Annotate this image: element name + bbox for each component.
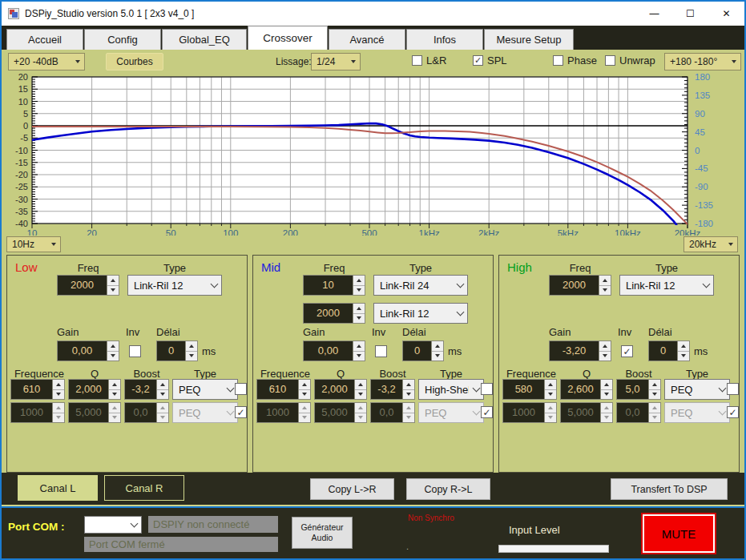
tab-crossover[interactable]: Crossover xyxy=(248,26,328,50)
high-xo1-freq-spinbox[interactable]: 2000 xyxy=(549,275,611,296)
high-peq1-freq-spinbox-down-button[interactable] xyxy=(545,390,556,400)
low-peq1-q-spinbox-down-button[interactable] xyxy=(109,390,120,400)
checkbox-spl[interactable]: ✓ xyxy=(473,55,483,66)
mid-xo1-type-select[interactable]: Link-Ril 24 xyxy=(373,275,468,296)
mid-peq1-freq-spinbox[interactable]: 610 xyxy=(256,379,311,400)
high-peq1-boost-spinbox-up-button[interactable] xyxy=(649,380,660,390)
mid-xo2-type-select[interactable]: Link-Ril 12 xyxy=(373,303,468,324)
mid-gain-spinbox-up-button[interactable] xyxy=(353,341,365,352)
mid-xo2-freq-spinbox-up-button[interactable] xyxy=(353,304,365,314)
tab-mesure-setup[interactable]: Mesure Setup xyxy=(484,29,574,50)
freq-high-select[interactable]: 20kHz xyxy=(683,236,738,252)
mid-peq2-bypass-checkbox[interactable]: ✓ xyxy=(481,406,493,418)
mid-peq1-q-spinbox-down-button[interactable] xyxy=(355,390,366,400)
low-peq1-boost-spinbox-up-button[interactable] xyxy=(157,380,168,390)
high-delay-spinbox-down-button[interactable] xyxy=(678,352,689,361)
courbes-button[interactable]: Courbes xyxy=(106,53,163,71)
close-button[interactable]: ✕ xyxy=(708,2,744,26)
low-peq1-boost-spinbox-down-button[interactable] xyxy=(157,390,168,400)
mid-peq1-boost-spinbox-down-button[interactable] xyxy=(403,390,414,400)
mid-xo1-freq-spinbox-down-button[interactable] xyxy=(353,286,365,296)
chevron-down-icon[interactable] xyxy=(724,237,737,252)
checkbox-l-r[interactable] xyxy=(412,55,422,66)
high-peq1-type-select[interactable]: PEQ xyxy=(664,379,730,400)
mid-peq1-q-spinbox[interactable]: 2,000 xyxy=(314,379,367,400)
mid-peq1-freq-spinbox-up-button[interactable] xyxy=(299,380,310,390)
high-xo1-type-select[interactable]: Link-Ril 12 xyxy=(619,275,714,296)
copy-l-to-r-button[interactable]: Copy L->R xyxy=(310,478,394,500)
high-peq1-q-spinbox-up-button[interactable] xyxy=(601,380,612,390)
low-delay-spinbox-down-button[interactable] xyxy=(186,352,197,361)
freq-low-select[interactable]: 10Hz xyxy=(6,236,61,252)
low-peq1-q-spinbox-up-button[interactable] xyxy=(109,380,120,390)
low-gain-spinbox[interactable]: 0,00 xyxy=(57,340,119,361)
mute-button[interactable]: MUTE xyxy=(643,514,715,553)
mid-peq1-type-select[interactable]: High-Shelf xyxy=(418,379,484,400)
generateur-audio-button[interactable]: Générateur Audio xyxy=(292,517,353,549)
low-peq2-bypass-checkbox[interactable]: ✓ xyxy=(235,406,247,418)
chevron-down-icon[interactable] xyxy=(728,54,740,70)
high-peq1-q-spinbox-down-button[interactable] xyxy=(601,390,612,400)
maximize-button[interactable]: ☐ xyxy=(672,2,708,26)
low-peq1-freq-spinbox[interactable]: 610 xyxy=(10,379,65,400)
low-gain-spinbox-down-button[interactable] xyxy=(107,352,119,361)
port-com-select[interactable] xyxy=(84,516,142,534)
low-peq1-freq-spinbox-up-button[interactable] xyxy=(53,380,64,390)
chevron-down-icon[interactable] xyxy=(47,237,60,252)
chevron-down-icon[interactable] xyxy=(347,54,360,70)
high-gain-spinbox-up-button[interactable] xyxy=(599,341,611,352)
mid-peq1-boost-spinbox-up-button[interactable] xyxy=(403,380,414,390)
low-inv-checkbox[interactable] xyxy=(129,345,141,357)
high-peq1-freq-spinbox-up-button[interactable] xyxy=(545,380,556,390)
high-xo1-freq-spinbox-up-button[interactable] xyxy=(599,276,611,286)
mid-delay-spinbox-up-button[interactable] xyxy=(432,341,443,352)
copy-r-to-l-button[interactable]: Copy R->L xyxy=(406,478,490,500)
phase-range-select[interactable]: +180 -180° xyxy=(664,53,741,71)
mid-peq1-boost-spinbox[interactable]: -3,2 xyxy=(370,379,415,400)
high-inv-checkbox[interactable]: ✓ xyxy=(621,345,633,357)
tab-infos[interactable]: Infos xyxy=(406,29,483,50)
checkbox-phase[interactable] xyxy=(553,55,563,66)
low-peq1-q-spinbox[interactable]: 2,000 xyxy=(68,379,121,400)
high-gain-spinbox[interactable]: -3,20 xyxy=(549,340,611,361)
low-peq1-boost-spinbox[interactable]: -3,2 xyxy=(124,379,169,400)
mid-delay-spinbox[interactable]: 0 xyxy=(402,340,444,361)
checkbox-unwrap[interactable] xyxy=(605,55,615,66)
mid-inv-checkbox[interactable] xyxy=(375,345,387,357)
mid-xo1-freq-spinbox[interactable]: 10 xyxy=(303,275,365,296)
high-peq2-bypass-checkbox[interactable]: ✓ xyxy=(727,406,739,418)
low-gain-spinbox-up-button[interactable] xyxy=(107,341,119,352)
low-xo1-type-select[interactable]: Link-Ril 12 xyxy=(127,275,222,296)
mid-peq1-freq-spinbox-down-button[interactable] xyxy=(299,390,310,400)
transfert-to-dsp-button[interactable]: Transfert To DSP xyxy=(611,478,728,500)
mid-peq1-q-spinbox-up-button[interactable] xyxy=(355,380,366,390)
high-delay-spinbox-up-button[interactable] xyxy=(678,341,689,352)
chevron-down-icon[interactable] xyxy=(71,54,84,70)
low-delay-spinbox[interactable]: 0 xyxy=(156,340,198,361)
high-delay-spinbox[interactable]: 0 xyxy=(648,340,690,361)
low-xo1-freq-spinbox-down-button[interactable] xyxy=(107,286,119,296)
high-gain-spinbox-down-button[interactable] xyxy=(599,352,611,361)
high-peq1-boost-spinbox[interactable]: 5,0 xyxy=(616,379,661,400)
lissage-select[interactable]: 1/24 xyxy=(311,53,361,71)
low-delay-spinbox-up-button[interactable] xyxy=(186,341,197,352)
high-peq1-boost-spinbox-down-button[interactable] xyxy=(649,390,660,400)
minimize-button[interactable]: — xyxy=(636,2,672,26)
high-peq1-bypass-checkbox[interactable] xyxy=(727,383,739,395)
tab-config[interactable]: Config xyxy=(84,29,161,50)
high-peq1-q-spinbox[interactable]: 2,600 xyxy=(560,379,613,400)
canal-r-button[interactable]: Canal R xyxy=(104,475,184,501)
low-xo1-freq-spinbox-up-button[interactable] xyxy=(107,276,119,286)
canal-l-button[interactable]: Canal L xyxy=(18,475,98,501)
tab-global-eq[interactable]: Global_EQ xyxy=(162,29,247,50)
mid-gain-spinbox-down-button[interactable] xyxy=(353,352,365,361)
low-xo1-freq-spinbox[interactable]: 2000 xyxy=(57,275,119,296)
mid-xo2-freq-spinbox-down-button[interactable] xyxy=(353,314,365,324)
mid-xo2-freq-spinbox[interactable]: 2000 xyxy=(303,303,365,324)
low-peq1-type-select[interactable]: PEQ xyxy=(172,379,238,400)
tab-avanc-[interactable]: Avancé xyxy=(329,29,405,50)
mid-gain-spinbox[interactable]: 0,00 xyxy=(303,340,365,361)
mid-delay-spinbox-down-button[interactable] xyxy=(432,352,443,361)
mid-peq1-bypass-checkbox[interactable] xyxy=(481,383,493,395)
low-peq1-freq-spinbox-down-button[interactable] xyxy=(53,390,64,400)
